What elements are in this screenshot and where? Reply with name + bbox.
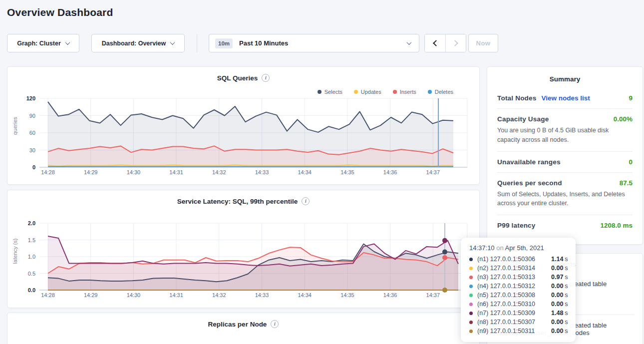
- svg-text:14:33: 14:33: [255, 292, 269, 298]
- sql-queries-chart[interactable]: 14:2814:2914:3014:3114:3214:3314:3414:35…: [7, 67, 480, 185]
- tooltip-node-unit: s: [565, 310, 568, 317]
- svg-text:14:29: 14:29: [84, 292, 98, 298]
- summary-row-total-nodes: Total Nodes View nodes list 9: [497, 88, 633, 109]
- svg-text:14:34: 14:34: [298, 169, 312, 175]
- dashboard-dropdown[interactable]: Dashboard: Overview: [91, 34, 185, 52]
- legend-item-updates[interactable]: Updates: [354, 89, 381, 95]
- tooltip-node-value: 0.00: [551, 301, 563, 308]
- svg-text:60: 60: [29, 130, 35, 136]
- tooltip-node-row: (n6) 127.0.0.1:503100.00s: [469, 300, 576, 309]
- tooltip-timestamp: 14:37:10 on Apr 5th, 2021: [469, 244, 576, 252]
- tooltip-node-unit: s: [565, 274, 568, 281]
- time-range-picker[interactable]: 10m Past 10 Minutes: [209, 34, 419, 52]
- controls-divider: [197, 34, 197, 52]
- legend-label: Selects: [324, 89, 342, 95]
- tooltip-node-address: (n5) 127.0.0.1:50308: [477, 292, 551, 299]
- overview-dashboard-page: Overview Dashboard Graph: Cluster Dashbo…: [0, 0, 644, 344]
- chevron-left-icon: [433, 40, 439, 46]
- info-icon[interactable]: i: [271, 320, 279, 328]
- sql-queries-chart-title: SQL Queries: [217, 74, 258, 82]
- tooltip-node-address: (n7) 127.0.0.1:50309: [477, 310, 551, 317]
- total-nodes-label: Total Nodes: [497, 94, 536, 102]
- tooltip-node-row: (n2) 127.0.0.1:503140.00s: [469, 264, 576, 273]
- tooltip-node-value: 1.48: [551, 310, 563, 317]
- chevron-down-icon: [65, 40, 70, 45]
- summary-row-capacity: Capacity Usage 0.00% You are using 0 B o…: [497, 109, 633, 152]
- time-next-button[interactable]: [445, 34, 466, 52]
- svg-text:2.0: 2.0: [28, 220, 35, 226]
- graph-dropdown[interactable]: Graph: Cluster: [7, 34, 79, 52]
- svg-text:1.0: 1.0: [28, 254, 35, 260]
- tooltip-node-unit: s: [565, 301, 568, 308]
- replicas-per-node-card: Replicas per Node i: [7, 313, 480, 344]
- time-step-buttons: [424, 34, 466, 52]
- node-color-dot-icon: [469, 285, 473, 288]
- summary-title: Summary: [487, 67, 643, 83]
- svg-text:14:31: 14:31: [169, 292, 183, 298]
- info-icon[interactable]: i: [262, 74, 270, 82]
- svg-text:14:34: 14:34: [298, 292, 312, 298]
- svg-text:30: 30: [29, 147, 35, 153]
- tooltip-node-unit: s: [565, 265, 568, 272]
- node-color-dot-icon: [469, 330, 473, 333]
- svg-text:14:30: 14:30: [127, 292, 141, 298]
- latency-y-axis-label: latency (s): [12, 224, 18, 279]
- legend-item-selects[interactable]: Selects: [318, 89, 342, 95]
- capacity-usage-value: 0.00%: [614, 115, 633, 123]
- legend-dot-icon: [318, 90, 322, 94]
- tooltip-node-row: (n4) 127.0.0.1:503120.00s: [469, 282, 576, 291]
- legend-item-inserts[interactable]: Inserts: [393, 89, 416, 95]
- info-icon[interactable]: i: [302, 197, 310, 205]
- svg-text:90: 90: [29, 113, 35, 119]
- tooltip-node-row: (n5) 127.0.0.1:503080.00s: [469, 291, 576, 300]
- now-button[interactable]: Now: [468, 34, 498, 52]
- chevron-down-icon: [170, 40, 175, 45]
- service-latency-chart[interactable]: 14:2814:2914:3014:3114:3214:3314:3414:35…: [7, 190, 480, 309]
- svg-text:14:29: 14:29: [84, 169, 98, 175]
- tooltip-node-address: (n3) 127.0.0.1:50313: [477, 274, 551, 281]
- svg-text:14:37: 14:37: [426, 292, 440, 298]
- svg-text:14:37: 14:37: [426, 169, 440, 175]
- sql-queries-card: 14:2814:2914:3014:3114:3214:3314:3414:35…: [7, 66, 480, 185]
- tooltip-node-unit: s: [565, 292, 568, 299]
- node-color-dot-icon: [469, 258, 473, 261]
- graph-dropdown-label: Graph: Cluster: [17, 40, 61, 47]
- sql-chart-legend: SelectsUpdatesInsertsDeletes: [318, 89, 453, 95]
- tooltip-node-value: 0.00: [551, 328, 563, 335]
- capacity-usage-description: You are using 0 B of 4.5 GiB usable disk…: [497, 126, 633, 145]
- svg-text:14:36: 14:36: [383, 292, 397, 298]
- svg-text:1.5: 1.5: [28, 237, 35, 243]
- time-prev-button[interactable]: [425, 34, 445, 52]
- p99-latency-value: 1208.0 ms: [600, 222, 633, 229]
- summary-row-p99: P99 latency 1208.0 ms: [497, 215, 633, 236]
- tooltip-node-unit: s: [565, 256, 568, 263]
- svg-text:14:35: 14:35: [340, 169, 354, 175]
- svg-text:14:31: 14:31: [169, 169, 183, 175]
- svg-text:0.0: 0.0: [28, 287, 35, 293]
- time-range-badge: 10m: [215, 38, 233, 48]
- legend-label: Inserts: [400, 89, 416, 95]
- tooltip-node-row: (n1) 127.0.0.1:503061.14s: [469, 255, 576, 264]
- view-nodes-list-link[interactable]: View nodes list: [541, 94, 590, 102]
- tooltip-node-value: 0.00: [551, 292, 563, 299]
- svg-text:14:28: 14:28: [41, 292, 55, 298]
- node-color-dot-icon: [469, 312, 473, 315]
- sql-y-axis-label: queries: [12, 98, 18, 153]
- svg-text:14:36: 14:36: [383, 169, 397, 175]
- summary-row-unavailable-ranges: Unavailable ranges 0: [497, 152, 633, 173]
- tooltip-node-address: (n8) 127.0.0.1:50307: [477, 319, 551, 326]
- node-color-dot-icon: [469, 267, 473, 270]
- tooltip-node-row: (n3) 127.0.0.1:503130.97s: [469, 273, 576, 282]
- tooltip-node-value: 0.97: [551, 274, 563, 281]
- svg-text:14:28: 14:28: [41, 169, 55, 175]
- page-title: Overview Dashboard: [7, 6, 113, 18]
- svg-text:0: 0: [32, 164, 35, 170]
- svg-text:14:35: 14:35: [340, 292, 354, 298]
- service-latency-card: 14:2814:2914:3014:3114:3214:3314:3414:35…: [7, 190, 480, 308]
- unavailable-ranges-label: Unavailable ranges: [497, 158, 561, 166]
- unavailable-ranges-value: 0: [629, 158, 633, 166]
- qps-label: Queries per second: [497, 179, 562, 187]
- summary-row-qps: Queries per second 87.5 Sum of Selects, …: [497, 173, 633, 216]
- legend-item-deletes[interactable]: Deletes: [428, 89, 453, 95]
- tooltip-node-row: (n9) 127.0.0.1:503110.00s: [469, 327, 576, 336]
